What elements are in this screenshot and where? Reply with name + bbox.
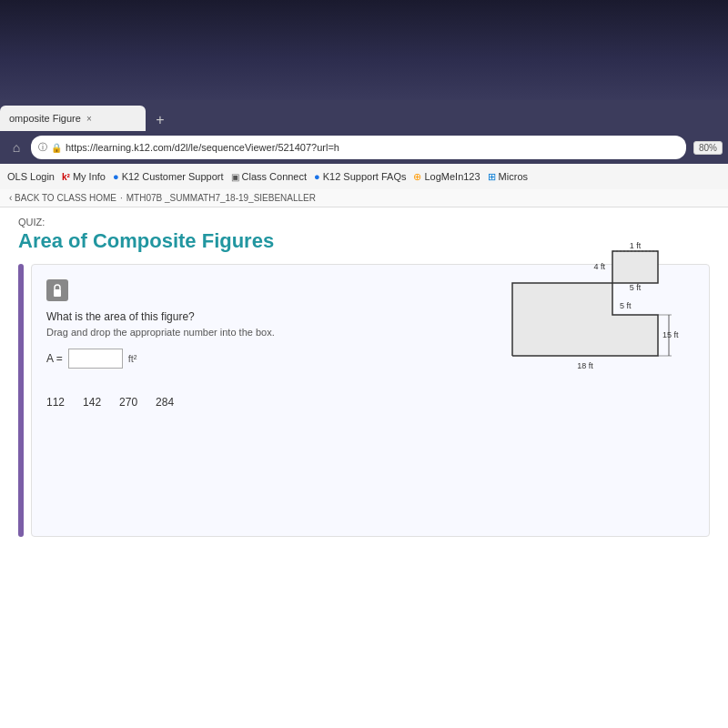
browser-chrome: omposite Figure × + ⌂ ⓘ 🔒 https://learni… [0,100,728,189]
choice-284[interactable]: 284 [156,396,174,409]
figure-diagram: 1 ft 4 ft 5 ft 5 ft 15 ft 18 ft [494,238,694,365]
k12-support-label: K12 Customer Support [122,171,224,182]
k12-faqs-label: K12 Support FAQs [323,171,407,182]
question-panel: 1 ft 4 ft 5 ft 5 ft 15 ft 18 ft [31,264,710,537]
choices-row: 112 142 270 284 [46,387,694,409]
section-border [18,264,24,537]
quiz-label: QUIZ: [18,217,710,228]
bookmarks-bar: OLS Login k² My Info ● K12 Customer Supp… [0,164,728,189]
answer-unit: ft² [128,353,137,364]
tab-bar: omposite Figure × + [0,100,728,131]
svg-text:18 ft: 18 ft [577,361,593,370]
zoom-badge: 80% [693,141,723,155]
bookmark-k12-faqs[interactable]: ● K12 Support FAQs [314,171,406,182]
svg-text:4 ft: 4 ft [593,262,605,271]
bookmark-ols-login[interactable]: OLS Login [7,171,55,182]
bookmark-k12-support[interactable]: ● K12 Customer Support [113,171,224,182]
url-text: https://learning.k12.com/d2l/le/sequence… [66,142,679,153]
figure-svg: 1 ft 4 ft 5 ft 5 ft 15 ft 18 ft [494,238,694,374]
bookmark-logmein[interactable]: ⊕ LogMeIn123 [413,171,480,183]
k2-icon: k² [62,172,70,182]
lock-icon: 🔒 [51,143,62,153]
svg-text:1 ft: 1 ft [630,241,642,250]
address-bar[interactable]: ⓘ 🔒 https://learning.k12.com/d2l/le/sequ… [31,136,686,159]
breadcrumb-path: MTH07B _SUMMATH7_18-19_SIEBENALLER [126,193,316,203]
breadcrumb-bar: ‹ BACK TO CLASS HOME · MTH07B _SUMMATH7_… [0,189,728,207]
svg-text:15 ft: 15 ft [662,330,679,339]
tab-label: omposite Figure [9,113,81,124]
question-lock-icon [46,279,68,301]
back-to-class-link[interactable]: ‹ BACK TO CLASS HOME [9,193,116,203]
page-content: ‹ BACK TO CLASS HOME · MTH07B _SUMMATH7_… [0,189,728,728]
info-icon: ⓘ [38,141,47,154]
choice-270[interactable]: 270 [119,396,137,409]
microsoft-icon: ⊞ [488,171,496,183]
browser-tab[interactable]: omposite Figure × [0,106,146,131]
browser-window: omposite Figure × + ⌂ ⓘ 🔒 https://learni… [0,0,728,728]
top-dark-bar [0,0,728,100]
new-tab-button[interactable]: + [149,109,171,131]
class-connect-icon: ▣ [231,172,239,182]
k12-support-icon: ● [113,171,119,182]
content-area: 1 ft 4 ft 5 ft 5 ft 15 ft 18 ft [18,264,710,537]
svg-text:5 ft: 5 ft [620,301,632,310]
home-button[interactable]: ⌂ [5,140,27,155]
choice-112[interactable]: 112 [46,396,65,409]
svg-rect-1 [612,251,658,283]
logmein-icon: ⊕ [413,171,421,183]
address-bar-row: ⌂ ⓘ 🔒 https://learning.k12.com/d2l/le/se… [0,131,728,164]
bookmark-microsoft[interactable]: ⊞ Micros [488,171,528,183]
my-info-label: My Info [73,171,106,182]
class-connect-label: Class Connect [242,171,308,182]
main-content: QUIZ: Area of Composite Figures [0,207,728,546]
tab-close-button[interactable]: × [86,114,92,124]
svg-rect-0 [54,289,61,297]
bookmark-my-info[interactable]: k² My Info [62,171,106,182]
k12-faqs-icon: ● [314,171,320,182]
bookmark-class-connect[interactable]: ▣ Class Connect [231,171,308,182]
choice-142[interactable]: 142 [83,396,101,409]
logmein-label: LogMeIn123 [424,171,480,182]
breadcrumb-separator: · [120,193,123,203]
answer-label: A = [46,352,63,365]
svg-text:5 ft: 5 ft [630,283,642,292]
microsoft-label: Micros [499,171,528,182]
answer-row: A = ft² [46,349,494,369]
ols-label: OLS Login [7,171,55,182]
answer-input-box[interactable] [68,349,123,369]
